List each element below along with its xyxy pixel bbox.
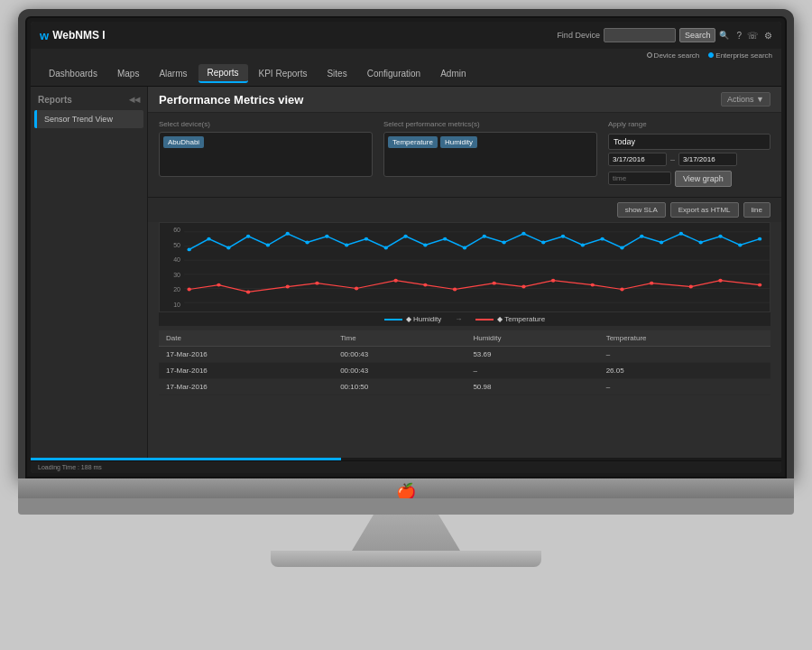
svg-point-28 [620, 246, 623, 249]
chart-legend: ◆ Humidity → ◆ Temperature [159, 312, 770, 326]
settings-icon[interactable]: ⚙ [764, 31, 772, 41]
nav-maps[interactable]: Maps [108, 65, 148, 82]
svg-point-20 [463, 246, 466, 249]
svg-point-21 [483, 235, 486, 238]
svg-point-24 [541, 241, 545, 245]
svg-point-17 [403, 235, 407, 238]
svg-point-14 [345, 244, 348, 247]
search-button[interactable]: Search [679, 28, 716, 42]
legend-humidity-label: ◆ Humidity [406, 315, 441, 323]
loading-time-text: Loading Time : 188 ms [38, 464, 102, 470]
table-row: 17-Mar-2016 00:10:50 50.98 – [159, 379, 770, 395]
main-area: Reports ◀◀ Sensor Trend View Performance… [31, 87, 781, 458]
screen-bezel: w WebNMS I Find Device Search 🔍 ? ☏ ⚙ [25, 16, 787, 478]
svg-point-29 [640, 235, 643, 238]
svg-point-9 [246, 235, 250, 238]
cell-humidity-3: 50.98 [466, 379, 598, 395]
date-to-input[interactable] [678, 153, 737, 166]
svg-point-33 [718, 235, 722, 238]
metric-tag-temperature[interactable]: Temperature [388, 136, 438, 148]
nav-dashboards[interactable]: Dashboards [40, 65, 106, 82]
svg-point-45 [493, 282, 496, 285]
cell-humidity-2: – [466, 363, 598, 379]
monitor-stand-area: 🍎 [18, 478, 794, 567]
sidebar-collapse-icon[interactable]: ◀◀ [129, 96, 140, 104]
nav-kpi-reports[interactable]: KPI Reports [250, 65, 317, 82]
export-html-button[interactable]: Export as HTML [670, 202, 739, 218]
top-bar: w WebNMS I Find Device Search 🔍 ? ☏ ⚙ [31, 22, 781, 49]
time-input[interactable] [608, 172, 671, 185]
y-label-20: 20 [161, 286, 180, 292]
device-filter-group: Select device(s) AbuDhabi [159, 120, 373, 190]
chart-btn-row: show SLA Export as HTML line [148, 198, 781, 222]
range-label: Apply range [608, 120, 770, 128]
svg-point-50 [650, 282, 653, 285]
svg-point-43 [423, 283, 427, 287]
device-search-radio[interactable]: Device search [647, 51, 700, 60]
stand-neck [352, 515, 460, 551]
svg-point-19 [443, 237, 447, 241]
monitor-outer: w WebNMS I Find Device Search 🔍 ? ☏ ⚙ [18, 9, 794, 478]
chart-svg [160, 223, 770, 311]
cell-date-3: 17-Mar-2016 [159, 379, 333, 395]
svg-point-8 [226, 246, 230, 249]
metric-tag-humidity[interactable]: Humidity [440, 136, 477, 148]
find-device-box: Find Device Search 🔍 [557, 28, 729, 42]
metrics-filter-label: Select performance metrics(s) [383, 120, 597, 128]
actions-button[interactable]: Actions ▼ [721, 92, 770, 107]
cell-temperature-3: – [599, 379, 770, 395]
show-sla-button[interactable]: show SLA [617, 202, 666, 218]
svg-point-10 [266, 244, 270, 247]
help-icon[interactable]: ? [736, 31, 742, 41]
col-time: Time [333, 330, 466, 347]
range-value-input[interactable] [608, 134, 770, 150]
cell-temperature-1: – [599, 347, 770, 363]
nav-reports[interactable]: Reports [198, 64, 248, 83]
svg-point-47 [551, 279, 555, 283]
nav-sites[interactable]: Sites [318, 65, 355, 82]
phone-icon[interactable]: ☏ [747, 31, 759, 41]
time-view-row: View graph [608, 169, 770, 187]
col-date: Date [159, 330, 333, 347]
sidebar-item-sensor-trend[interactable]: Sensor Trend View [34, 110, 143, 128]
line-button[interactable]: line [743, 202, 770, 218]
page-header: Performance Metrics view Actions ▼ [148, 87, 781, 113]
col-temperature: Temperature [599, 330, 770, 347]
svg-point-41 [355, 287, 358, 291]
date-from-input[interactable] [608, 153, 667, 166]
svg-point-38 [246, 290, 250, 293]
logo-w-icon: w [40, 29, 49, 42]
chart-area: 60 50 40 30 20 10 [159, 222, 770, 312]
svg-point-34 [738, 244, 742, 247]
date-range-row: – [608, 153, 770, 166]
stand-base [271, 551, 541, 567]
metrics-filter-box[interactable]: Temperature Humidity [383, 132, 597, 177]
view-graph-button[interactable]: View graph [675, 171, 732, 187]
find-device-input[interactable] [604, 28, 676, 42]
nav-alarms[interactable]: Alarms [150, 65, 196, 82]
nav-admin[interactable]: Admin [431, 65, 475, 82]
y-label-10: 10 [161, 302, 180, 308]
cell-date-2: 17-Mar-2016 [159, 363, 333, 379]
find-device-label: Find Device [557, 31, 600, 40]
enterprise-search-radio[interactable]: Enterprise search [708, 51, 772, 60]
y-label-30: 30 [161, 272, 180, 278]
svg-point-18 [423, 244, 427, 247]
legend-humidity: ◆ Humidity [384, 315, 441, 323]
app-title: WebNMS I [52, 29, 105, 42]
device-filter-box[interactable]: AbuDhabi [159, 132, 373, 177]
svg-point-52 [718, 279, 722, 283]
search-type-row: Device search Enterprise search [31, 49, 781, 61]
range-group: Apply range – View graph [608, 120, 770, 190]
screen: w WebNMS I Find Device Search 🔍 ? ☏ ⚙ [31, 22, 781, 473]
device-tag-abudhabi[interactable]: AbuDhabi [163, 136, 204, 148]
svg-point-16 [384, 246, 388, 249]
y-label-60: 60 [161, 227, 180, 233]
nav-configuration[interactable]: Configuration [358, 65, 429, 82]
monitor-chin: 🍎 [18, 478, 794, 498]
cell-date-1: 17-Mar-2016 [159, 347, 333, 363]
svg-point-40 [315, 282, 318, 285]
svg-point-51 [689, 285, 693, 289]
cell-time-1: 00:00:43 [333, 347, 466, 363]
svg-point-7 [207, 237, 210, 241]
